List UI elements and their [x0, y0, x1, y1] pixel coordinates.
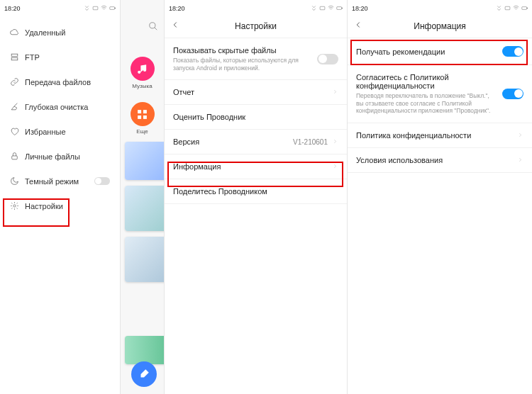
- row-version[interactable]: Версия V1-210601: [165, 130, 347, 154]
- fab-clean[interactable]: [131, 361, 157, 387]
- svg-rect-12: [320, 6, 325, 10]
- row-hidden-files[interactable]: Показывать скрытые файлы Показать файлы,…: [165, 38, 347, 80]
- moon-icon: [10, 176, 19, 186]
- back-button[interactable]: [353, 20, 363, 33]
- status-bar: [121, 0, 164, 14]
- row-rate[interactable]: Оценить Проводник: [165, 105, 347, 130]
- sidebar-label: Удаленный: [25, 28, 65, 37]
- row-sub: Показать файлы, которые используются для…: [173, 57, 311, 72]
- back-button[interactable]: [170, 20, 180, 33]
- toggle-privacy-agree[interactable]: [502, 89, 523, 99]
- sidebar-item-darkmode[interactable]: Темный режим: [0, 169, 120, 193]
- row-information[interactable]: Информация: [165, 154, 347, 179]
- row-label: Поделитесь Проводником: [173, 187, 338, 196]
- status-icons: [84, 5, 116, 11]
- thumbnail[interactable]: [125, 336, 165, 364]
- svg-rect-15: [505, 6, 510, 10]
- screen-sidebar: 18:20 Удаленный FTP Передача файлов: [0, 0, 121, 394]
- chevron-right-icon: [332, 162, 338, 171]
- brush-icon: [138, 368, 150, 381]
- row-report[interactable]: Отчет: [165, 80, 347, 105]
- broom-icon: [10, 102, 19, 111]
- row-share[interactable]: Поделитесь Проводником: [165, 179, 347, 204]
- darkmode-toggle[interactable]: [94, 177, 110, 185]
- sidebar-item-settings[interactable]: Настройки: [0, 193, 120, 218]
- ftp-icon: [10, 52, 19, 62]
- svg-rect-5: [12, 156, 18, 159]
- svg-rect-13: [337, 7, 342, 10]
- sidebar-label: Настройки: [25, 202, 63, 210]
- status-time: 18:20: [352, 5, 368, 12]
- svg-rect-2: [115, 8, 116, 9]
- chevron-right-icon: [517, 156, 523, 164]
- svg-rect-8: [138, 110, 141, 113]
- row-label: Оценить Проводник: [173, 113, 338, 121]
- status-time: 18:20: [169, 5, 185, 12]
- page-title: Настройки: [235, 21, 277, 31]
- sidebar-label: Глубокая очистка: [25, 103, 88, 111]
- row-label: Согласитесь с Политикой конфиденциальнос…: [356, 73, 497, 90]
- title-bar: Информация: [348, 14, 532, 38]
- svg-point-6: [13, 205, 16, 207]
- row-label: Информация: [173, 162, 332, 171]
- link-icon: [10, 77, 19, 86]
- thumbnail[interactable]: [125, 142, 165, 180]
- sidebar-label: Личные файлы: [25, 152, 80, 161]
- sidebar-item-transfer[interactable]: Передача файлов: [0, 69, 120, 94]
- row-privacy-agree[interactable]: Согласитесь с Политикой конфиденциальнос…: [348, 65, 532, 123]
- gear-icon: [10, 201, 19, 210]
- toggle-recommendations[interactable]: [502, 46, 523, 57]
- sidebar-item-favorites[interactable]: Избранные: [0, 119, 120, 144]
- lock-icon: [10, 152, 19, 161]
- svg-rect-17: [527, 8, 528, 9]
- title-bar: Настройки: [165, 14, 347, 38]
- svg-rect-14: [342, 8, 343, 9]
- sidebar-label: Избранные: [25, 128, 66, 136]
- sidebar-label: Передача файлов: [25, 78, 91, 86]
- svg-rect-4: [11, 58, 18, 60]
- svg-rect-11: [143, 115, 147, 118]
- svg-point-7: [150, 23, 155, 28]
- row-label: Условия использования: [356, 156, 517, 164]
- svg-rect-16: [522, 7, 527, 10]
- svg-rect-10: [138, 115, 141, 118]
- row-label: Показывать скрытые файлы: [173, 46, 311, 55]
- status-icons: [496, 5, 528, 11]
- screen-information: 18:20 Информация Получать рекомендации С…: [348, 0, 532, 394]
- row-privacy-policy[interactable]: Политика конфиденциальности: [348, 123, 532, 148]
- chevron-left-icon: [353, 20, 363, 30]
- category-label: Музыка: [121, 83, 164, 89]
- status-icons: [311, 5, 343, 11]
- info-list: Получать рекомендации Согласитесь с Поли…: [348, 38, 532, 173]
- row-terms[interactable]: Условия использования: [348, 148, 532, 173]
- category-more[interactable]: [131, 102, 155, 126]
- sidebar-item-clean[interactable]: Глубокая очистка: [0, 94, 120, 119]
- category-music[interactable]: [131, 57, 155, 81]
- svg-rect-1: [110, 7, 115, 10]
- sidebar-item-ftp[interactable]: FTP: [0, 45, 120, 69]
- svg-rect-0: [93, 6, 98, 10]
- sidebar-item-remote[interactable]: Удаленный: [0, 20, 120, 45]
- chevron-right-icon: [332, 137, 338, 146]
- grid-icon: [136, 108, 148, 120]
- sidebar-label: FTP: [25, 53, 40, 62]
- row-label: Отчет: [173, 88, 332, 96]
- chevron-left-icon: [170, 20, 180, 30]
- search-button[interactable]: [148, 21, 158, 34]
- cloud-icon: [10, 28, 19, 37]
- row-sub: Переводя переключатель в положение "Выкл…: [356, 92, 497, 115]
- status-bar: 18:20: [0, 0, 120, 14]
- thumbnail[interactable]: [125, 237, 165, 282]
- screen-grid: Музыка Еще: [121, 0, 165, 394]
- row-recommendations[interactable]: Получать рекомендации: [348, 38, 532, 65]
- chevron-right-icon: [332, 88, 338, 96]
- settings-list: Показывать скрытые файлы Показать файлы,…: [165, 38, 347, 204]
- thumbnail[interactable]: [125, 186, 165, 231]
- category-label: Еще: [121, 128, 164, 135]
- page-title: Информация: [414, 21, 465, 31]
- heart-icon: [10, 127, 19, 136]
- sidebar-item-private[interactable]: Личные файлы: [0, 144, 120, 169]
- toggle-hidden-files[interactable]: [317, 54, 338, 64]
- status-bar: 18:20: [348, 0, 532, 14]
- status-time: 18:20: [4, 5, 21, 12]
